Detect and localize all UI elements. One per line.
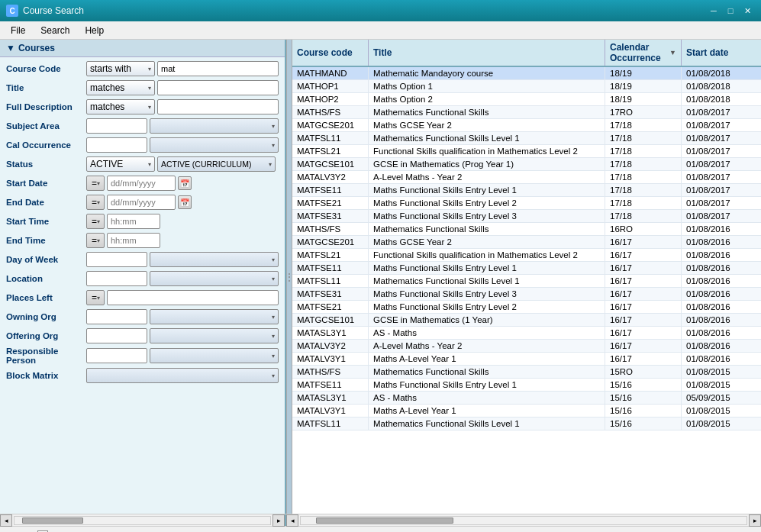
- cell-title: Maths Functional Skills Entry Level 3: [369, 288, 605, 300]
- status-value[interactable]: ACTIVE ▾: [86, 156, 155, 172]
- owning-org-input[interactable]: [86, 309, 147, 324]
- end-time-input[interactable]: [107, 233, 160, 248]
- start-time-operator[interactable]: = ▾: [86, 214, 105, 229]
- offering-org-input[interactable]: [86, 328, 147, 343]
- location-combo[interactable]: ▾: [150, 271, 279, 286]
- course-code-operator[interactable]: starts with ▾: [86, 61, 155, 76]
- cell-course-code: MATHS/FS: [292, 366, 369, 378]
- table-row[interactable]: MATASL3Y1 AS - Maths 15/16 05/09/2015: [292, 392, 761, 405]
- end-date-operator[interactable]: = ▾: [86, 195, 105, 210]
- start-date-calendar-icon[interactable]: 📅: [178, 176, 192, 190]
- minimize-button[interactable]: ─: [706, 4, 721, 18]
- col-calendar-occurrence[interactable]: Calendar Occurrence ▼: [605, 40, 682, 66]
- end-time-row: End Time = ▾: [6, 232, 279, 249]
- right-scroll-right-btn[interactable]: ▸: [749, 514, 761, 527]
- cal-occurrence-input[interactable]: [86, 137, 147, 153]
- table-row[interactable]: MATGCSE201 Maths GCSE Year 2 16/17 01/08…: [292, 236, 761, 249]
- sort-desc-icon: ▼: [669, 49, 676, 56]
- cell-start-date: 01/08/2016: [682, 249, 750, 261]
- col-course-code[interactable]: Course code: [292, 40, 369, 66]
- start-date-operator[interactable]: = ▾: [86, 176, 105, 191]
- cell-course-code: MATFSE21: [292, 197, 369, 209]
- places-left-input[interactable]: [107, 290, 279, 305]
- cell-course-code: MATFSL11: [292, 275, 369, 287]
- table-row[interactable]: MATFSE31 Maths Functional Skills Entry L…: [292, 210, 761, 223]
- cal-occurrence-combo[interactable]: ▾: [150, 137, 279, 153]
- cell-calendar: 15/16: [605, 392, 682, 404]
- places-left-operator[interactable]: = ▾: [86, 290, 105, 305]
- right-scroll-left-btn[interactable]: ◂: [286, 514, 298, 527]
- status-bar: Ready Viewing records 1 to 28, of a tota…: [0, 526, 761, 532]
- cell-start-date: 01/08/2016: [682, 288, 750, 300]
- full-desc-operator[interactable]: matches ▾: [86, 99, 155, 114]
- table-row[interactable]: MATGCSE201 Maths GCSE Year 2 17/18 01/08…: [292, 119, 761, 132]
- maximize-button[interactable]: □: [723, 4, 738, 18]
- table-row[interactable]: MATALV3Y2 A-Level Maths - Year 2 17/18 0…: [292, 171, 761, 184]
- table-row[interactable]: MATHS/FS Mathematics Functional Skills 1…: [292, 106, 761, 119]
- end-date-input[interactable]: [107, 195, 176, 210]
- table-row[interactable]: MATASL3Y1 AS - Maths 16/17 01/08/2016: [292, 327, 761, 340]
- table-row[interactable]: MATFSE31 Maths Functional Skills Entry L…: [292, 288, 761, 301]
- owning-org-combo[interactable]: ▾: [150, 309, 279, 324]
- start-time-label: Start Time: [6, 217, 86, 226]
- day-of-week-row: Day of Week ▾: [6, 251, 279, 268]
- table-row[interactable]: MATHS/FS Mathematics Functional Skills 1…: [292, 366, 761, 379]
- table-row[interactable]: MATHMAND Mathematic Mandayory course 18/…: [292, 67, 761, 80]
- table-row[interactable]: MATALV3Y1 Maths A-Level Year 1 16/17 01/…: [292, 353, 761, 366]
- subject-area-combo[interactable]: ▾: [150, 118, 279, 134]
- end-date-label: End Date: [6, 198, 86, 207]
- table-row[interactable]: MATFSL11 Mathematics Functional Skills L…: [292, 418, 761, 430]
- panel-splitter[interactable]: [286, 40, 292, 514]
- scroll-left-btn[interactable]: ◂: [0, 514, 12, 527]
- table-row[interactable]: MATFSE21 Maths Functional Skills Entry L…: [292, 197, 761, 210]
- location-input[interactable]: [86, 271, 147, 286]
- end-date-calendar-icon[interactable]: 📅: [178, 195, 192, 209]
- table-row[interactable]: MATFSL21 Functional Skills qualification…: [292, 249, 761, 262]
- table-row[interactable]: MATFSL11 Mathematics Functional Skills L…: [292, 132, 761, 145]
- cell-title: Maths Functional Skills Entry Level 2: [369, 197, 605, 209]
- title-operator[interactable]: matches ▾: [86, 80, 155, 95]
- cell-title: Maths GCSE Year 2: [369, 236, 605, 248]
- end-time-operator[interactable]: = ▾: [86, 233, 105, 248]
- table-row[interactable]: MATGCSE101 GCSE in Mathematics (Prog Yea…: [292, 158, 761, 171]
- day-of-week-combo[interactable]: ▾: [150, 252, 279, 267]
- status-curriculum-combo[interactable]: ACTIVE (CURRICULUM) ▾: [157, 156, 276, 172]
- table-row[interactable]: MATFSL11 Mathematics Functional Skills L…: [292, 275, 761, 288]
- course-code-row: Course Code starts with ▾: [6, 60, 279, 77]
- menu-file[interactable]: File: [3, 24, 33, 37]
- table-row[interactable]: MATFSE11 Maths Functional Skills Entry L…: [292, 262, 761, 275]
- block-matrix-combo[interactable]: ▾: [86, 368, 279, 383]
- table-row[interactable]: MATHS/FS Mathematics Functional Skills 1…: [292, 223, 761, 236]
- subject-area-input[interactable]: [86, 118, 147, 134]
- close-button[interactable]: ✕: [740, 4, 755, 18]
- table-row[interactable]: MATALV3Y1 Maths A-Level Year 1 15/16 01/…: [292, 405, 761, 418]
- menu-help[interactable]: Help: [77, 24, 111, 37]
- table-row[interactable]: MATGCSE101 GCSE in Mathematics (1 Year) …: [292, 314, 761, 327]
- table-row[interactable]: MATFSL21 Functional Skills qualification…: [292, 145, 761, 158]
- day-of-week-input[interactable]: [86, 252, 147, 267]
- table-row[interactable]: MATFSE21 Maths Functional Skills Entry L…: [292, 301, 761, 314]
- title-input[interactable]: [157, 80, 279, 95]
- col-start-date[interactable]: Start date: [682, 40, 750, 66]
- menu-search[interactable]: Search: [33, 24, 77, 37]
- table-body: MATHMAND Mathematic Mandayory course 18/…: [292, 67, 761, 514]
- full-desc-input[interactable]: [157, 99, 279, 114]
- end-date-controls: = ▾ 📅: [86, 195, 279, 210]
- table-row[interactable]: MATALV3Y2 A-Level Maths - Year 2 16/17 0…: [292, 340, 761, 353]
- cell-title: Mathematics Functional Skills Level 1: [369, 275, 605, 287]
- offering-org-combo[interactable]: ▾: [150, 328, 279, 343]
- responsible-person-combo[interactable]: ▾: [150, 348, 279, 363]
- cell-title: Maths Functional Skills Entry Level 1: [369, 184, 605, 196]
- responsible-person-input[interactable]: [86, 348, 147, 363]
- table-row[interactable]: MATFSE11 Maths Functional Skills Entry L…: [292, 184, 761, 197]
- scroll-right-btn[interactable]: ▸: [272, 514, 285, 527]
- course-code-input[interactable]: [157, 61, 279, 76]
- table-row[interactable]: MATFSE11 Maths Functional Skills Entry L…: [292, 379, 761, 392]
- start-time-input[interactable]: [107, 214, 160, 229]
- cell-calendar: 17/18: [605, 158, 682, 170]
- col-title[interactable]: Title: [369, 40, 605, 66]
- start-date-input[interactable]: [107, 176, 176, 191]
- table-row[interactable]: MATHOP2 Maths Option 2 18/19 01/08/2018: [292, 93, 761, 106]
- table-row[interactable]: MATHOP1 Maths Option 1 18/19 01/08/2018: [292, 80, 761, 93]
- cell-start-date: 01/08/2015: [682, 366, 750, 378]
